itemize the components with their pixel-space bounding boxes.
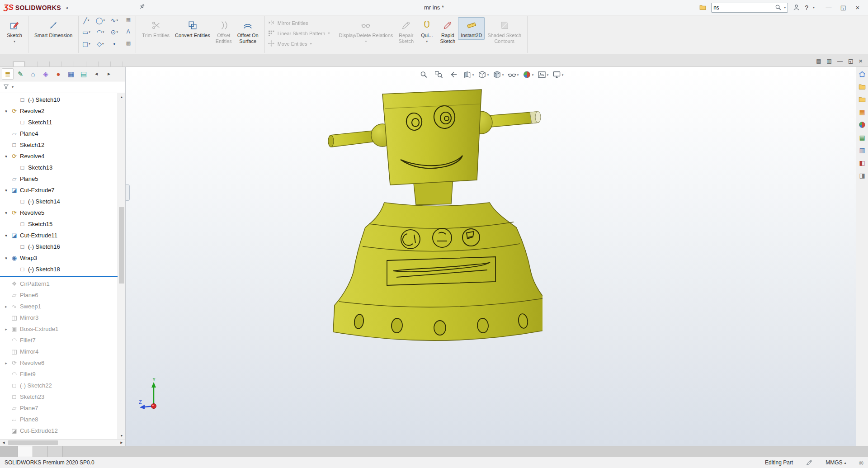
menu-file[interactable] bbox=[71, 6, 80, 9]
window-restore-button[interactable]: ◱ bbox=[836, 2, 850, 13]
tree-filter-input[interactable] bbox=[16, 83, 123, 91]
motion-study-1-tab[interactable] bbox=[48, 446, 63, 457]
tree-item-plane6[interactable]: ▱ Plane6 bbox=[0, 289, 118, 301]
units-selector[interactable]: MMGS ▴ bbox=[826, 459, 846, 466]
search-input[interactable] bbox=[713, 5, 773, 11]
scroll-up-icon[interactable]: ▲ bbox=[118, 93, 125, 100]
tree-item-sketch11[interactable]: □ Sketch11 bbox=[0, 117, 118, 128]
tab-solidworks-add-ins[interactable] bbox=[62, 61, 74, 66]
displaymanager-tab[interactable]: ● bbox=[52, 68, 64, 80]
help-button[interactable]: ? bbox=[805, 4, 808, 11]
expand-arrow-icon[interactable] bbox=[4, 154, 9, 159]
circle-tool-button[interactable]: ◯ bbox=[93, 17, 107, 24]
ellipse-tool-button[interactable]: ⊙ bbox=[107, 28, 121, 36]
window-minimize-button[interactable]: — bbox=[822, 2, 835, 13]
tree-item-revolve6[interactable]: ⟳ Revolve6 bbox=[0, 357, 118, 369]
line-tool-button[interactable]: ╱ bbox=[79, 17, 93, 24]
tree-item-cut-extrude12[interactable]: ◪ Cut-Extrude12 bbox=[0, 425, 118, 436]
tree-item-fillet7[interactable]: ◠ Fillet7 bbox=[0, 335, 118, 346]
search-icon[interactable] bbox=[774, 4, 782, 11]
arc-tool-button[interactable]: ◠ bbox=[93, 28, 107, 36]
linear-sketch-pattern-button[interactable]: Linear Sketch Pattern bbox=[268, 29, 330, 38]
display-delete-relations-button[interactable]: Display/Delete Relations bbox=[336, 17, 396, 45]
cam-feature-tree-tab[interactable]: ▦ bbox=[65, 68, 77, 80]
rollback-bar[interactable] bbox=[0, 276, 118, 277]
mirror-entities-button[interactable]: Mirror Entities bbox=[268, 19, 308, 27]
smart-dimension-button[interactable]: Smart Dimension bbox=[32, 17, 75, 40]
scroll-right-icon[interactable]: ▶ bbox=[118, 441, 125, 444]
taskpane-services[interactable]: ◧ bbox=[858, 158, 867, 167]
sketch-grid-button[interactable]: ▦ bbox=[121, 17, 135, 23]
tree-item-sketch14[interactable]: □ (-) Sketch14 bbox=[0, 196, 118, 207]
scroll-down-icon[interactable]: ▼ bbox=[118, 432, 125, 439]
rectangle-tool-button[interactable]: ▭ bbox=[79, 28, 93, 36]
scrollbar-thumb[interactable] bbox=[119, 207, 124, 283]
tree-item-lpattern1[interactable]: ∷ LPattern1 bbox=[0, 436, 118, 439]
manager-tabs-right-arrow[interactable]: ▶ bbox=[103, 68, 115, 80]
tree-item-revolve4[interactable]: ⟳ Revolve4 bbox=[0, 151, 118, 162]
tree-item-cut-extrude11[interactable]: ◪ Cut-Extrude11 bbox=[0, 230, 118, 241]
expand-arrow-icon[interactable] bbox=[4, 327, 9, 331]
part-model[interactable] bbox=[326, 88, 542, 341]
view-settings-button[interactable] bbox=[552, 70, 564, 80]
cam-operation-tree-tab[interactable]: ▤ bbox=[78, 68, 90, 80]
repair-sketch-button[interactable]: Repair Sketch bbox=[396, 17, 416, 45]
rapid-sketch-button[interactable]: Rapid Sketch bbox=[437, 17, 458, 45]
tab-solidworks-cam[interactable] bbox=[86, 61, 99, 66]
tree-item-fillet9[interactable]: ◠ Fillet9 bbox=[0, 369, 118, 380]
tab-solidworks-cam-tbm[interactable] bbox=[99, 61, 111, 66]
taskpane-forum[interactable]: ▥ bbox=[858, 145, 867, 155]
apply-scene-button[interactable] bbox=[537, 70, 549, 80]
tree-vertical-scrollbar[interactable]: ▲ ▼ bbox=[118, 93, 125, 439]
tree-item-sketch16[interactable]: □ (-) Sketch16 bbox=[0, 241, 118, 252]
tree-item-plane8[interactable]: ▱ Plane8 bbox=[0, 414, 118, 425]
pattern-grid-button[interactable]: ▩ bbox=[121, 40, 135, 46]
menu-view[interactable] bbox=[90, 6, 98, 9]
menu-edit[interactable] bbox=[80, 6, 89, 9]
zoom-to-area-button[interactable] bbox=[433, 70, 444, 80]
previous-view-button[interactable] bbox=[448, 70, 459, 80]
taskpane-design-library[interactable] bbox=[858, 82, 867, 91]
view-orientation-button[interactable] bbox=[477, 70, 489, 80]
tree-item-sketch18[interactable]: □ (-) Sketch18 bbox=[0, 264, 118, 275]
tree-item-mirror3[interactable]: ◫ Mirror3 bbox=[0, 312, 118, 323]
expand-arrow-icon[interactable] bbox=[4, 233, 9, 238]
document-minimize-button[interactable]: — bbox=[837, 58, 843, 64]
offset-entities-button[interactable]: Offset Entities bbox=[213, 17, 235, 45]
expand-arrow-icon[interactable] bbox=[4, 109, 9, 113]
quick-snaps-button[interactable]: Qui... bbox=[416, 17, 437, 45]
expand-arrow-icon[interactable] bbox=[4, 211, 9, 215]
model-body[interactable] bbox=[333, 203, 542, 340]
tree-item-sketch12[interactable]: □ Sketch12 bbox=[0, 139, 118, 151]
expand-arrow-icon[interactable] bbox=[4, 256, 9, 260]
dock-pane-icon[interactable]: ▤ bbox=[816, 58, 821, 64]
tree-item-wrap3[interactable]: ◉ Wrap3 bbox=[0, 252, 118, 264]
move-entities-button[interactable]: Move Entities bbox=[268, 39, 312, 48]
menu-help[interactable] bbox=[126, 6, 134, 9]
tree-item-sweep1[interactable]: ∿ Sweep1 bbox=[0, 301, 118, 312]
menu-window[interactable] bbox=[117, 6, 125, 9]
hide-show-items-button[interactable] bbox=[507, 70, 519, 80]
taskpane-file-explorer[interactable] bbox=[858, 95, 867, 104]
section-view-button[interactable] bbox=[462, 70, 474, 80]
open-file-icon[interactable] bbox=[699, 4, 707, 11]
instant2d-button[interactable]: Instant2D bbox=[458, 17, 485, 40]
document-close-button[interactable]: × bbox=[859, 57, 863, 65]
3d-views-tab[interactable] bbox=[33, 446, 48, 457]
tree-item-plane4[interactable]: ▱ Plane4 bbox=[0, 128, 118, 139]
window-close-button[interactable]: × bbox=[851, 2, 864, 13]
point-tool-button[interactable]: • bbox=[107, 40, 121, 47]
tree-item-cirpattern1[interactable]: ❖ CirPattern1 bbox=[0, 278, 118, 289]
tab-sketch[interactable] bbox=[13, 61, 25, 66]
tree-item-sketch10[interactable]: □ (-) Sketch10 bbox=[0, 94, 118, 105]
tree-item-cut-extrude7[interactable]: ◪ Cut-Extrude7 bbox=[0, 184, 118, 196]
user-account-icon[interactable] bbox=[793, 4, 800, 11]
configurationmanager-tab[interactable]: ⌂ bbox=[27, 68, 39, 80]
model-tab[interactable] bbox=[18, 446, 33, 457]
convert-entities-button[interactable]: Convert Entities bbox=[172, 17, 213, 40]
tree-item-plane7[interactable]: ▱ Plane7 bbox=[0, 402, 118, 414]
tab-mbd-dimensions[interactable] bbox=[50, 61, 62, 66]
scrollbar-thumb[interactable] bbox=[8, 440, 58, 445]
tab-evaluate[interactable] bbox=[38, 61, 50, 66]
expand-arrow-icon[interactable] bbox=[4, 304, 9, 309]
